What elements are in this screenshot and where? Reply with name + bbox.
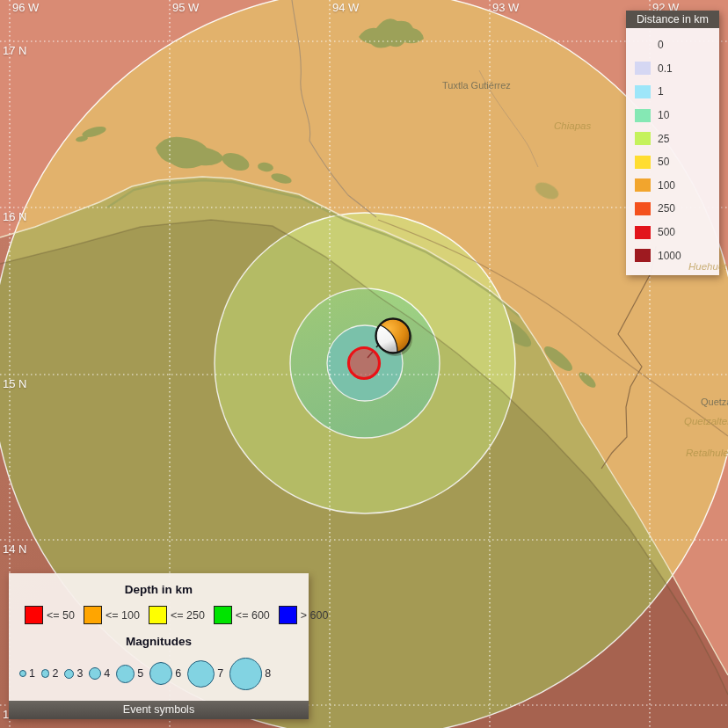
magnitude-value-label: 1: [29, 667, 35, 680]
distance-legend-item: 0: [626, 33, 719, 57]
region-label: Chiapas: [554, 120, 591, 131]
depth-value-label: <= 600: [236, 609, 270, 622]
magnitude-legend-item: 3: [64, 667, 83, 680]
depth-value-label: > 600: [301, 609, 329, 622]
event-symbols-panel: Depth in km <= 50<= 100<= 250<= 600> 600…: [9, 573, 309, 719]
depth-legend-item: <= 100: [84, 606, 140, 624]
magnitude-legend-item: 7: [187, 660, 223, 688]
magnitude-symbol-circle: [116, 665, 135, 683]
depth-color-swatch: [84, 606, 102, 624]
grid-label-14N: 14 N: [3, 542, 26, 556]
magnitude-legend-item: 5: [116, 665, 143, 683]
distance-value-label: 10: [658, 109, 669, 121]
magnitude-value-label: 4: [104, 667, 110, 680]
region-label: Huehuete: [688, 261, 728, 272]
magnitude-legend-item: 8: [229, 658, 271, 690]
depth-value-label: <= 250: [171, 609, 205, 622]
distance-value-label: 0: [658, 39, 664, 51]
distance-color-swatch: [635, 85, 651, 98]
magnitude-legend-item: 4: [89, 667, 110, 680]
magnitude-value-label: 8: [265, 667, 271, 680]
magnitude-value-label: 7: [217, 667, 223, 680]
event-symbols-footer: Event symbols: [9, 701, 309, 719]
grid-label-94W: 94 W: [332, 1, 359, 14]
distance-value-label: 100: [658, 179, 675, 192]
distance-color-swatch: [635, 249, 651, 262]
distance-value-label: 1000: [658, 250, 681, 262]
depth-color-swatch: [25, 606, 43, 624]
magnitude-legend-item: 6: [149, 662, 181, 685]
depth-legend-row: <= 50<= 100<= 250<= 600> 600: [9, 596, 309, 624]
region-label: Retalhuleu: [686, 448, 728, 458]
distance-color-swatch: [635, 132, 651, 145]
distance-legend-item: 25: [626, 127, 719, 150]
grid-label-15N: 15 N: [3, 377, 26, 390]
depth-value-label: <= 100: [106, 609, 140, 622]
distance-legend-title: Distance in km: [626, 11, 719, 28]
depth-color-swatch: [149, 606, 167, 624]
event-symbols-body: Depth in km <= 50<= 100<= 250<= 600> 600…: [9, 573, 309, 701]
grid-label-16N: 16 N: [3, 210, 26, 223]
distance-value-label: 500: [658, 226, 675, 238]
depth-legend-item: > 600: [279, 606, 329, 624]
magnitude-value-label: 2: [52, 667, 58, 680]
magnitude-symbol-circle: [41, 669, 50, 678]
magnitude-symbol-circle: [89, 667, 101, 680]
distance-value-label: 1: [658, 85, 664, 98]
distance-value-label: 50: [658, 156, 669, 168]
magnitude-value-label: 3: [76, 667, 83, 680]
distance-legend-item: 50: [626, 150, 719, 174]
magnitude-legend-item: 1: [19, 667, 35, 680]
epicenter-marker[interactable]: [349, 348, 380, 379]
distance-legend-item: 1: [626, 80, 719, 104]
distance-legend-item: 100: [626, 174, 719, 198]
distance-color-swatch: [635, 178, 651, 192]
grid-label-95W: 95 W: [172, 1, 199, 14]
grid-label-93W: 93 W: [492, 1, 519, 14]
city-label: Tuxtla Gutiérrez: [442, 80, 511, 91]
magnitude-legend-item: 2: [41, 667, 58, 680]
distance-legend-panel: Distance in km 00.111025501002505001000: [626, 11, 719, 275]
magnitude-symbol-circle: [229, 658, 262, 690]
magnitude-symbol-circle: [187, 660, 215, 688]
distance-color-swatch: [635, 62, 651, 75]
seismic-map-stage[interactable]: 96 W95 W94 W93 W92 W17 N16 N15 N14 N13 N…: [0, 0, 728, 728]
distance-legend-item: 0.1: [626, 57, 719, 81]
distance-color-swatch: [635, 156, 651, 169]
magnitude-value-label: 6: [175, 667, 181, 680]
depth-legend-item: <= 50: [25, 606, 75, 624]
distance-legend-item: 250: [626, 197, 719, 221]
distance-value-label: 250: [658, 202, 675, 215]
distance-color-swatch: [635, 202, 651, 215]
distance-value-label: 0.1: [658, 62, 673, 75]
city-label: Quetzalte: [701, 397, 728, 407]
distance-legend-body: 00.111025501002505001000: [626, 28, 719, 275]
depth-value-label: <= 50: [47, 609, 75, 622]
depth-color-swatch: [214, 606, 232, 624]
magnitude-value-label: 5: [137, 667, 143, 680]
region-label: Quetzaltena: [684, 416, 728, 426]
magnitude-symbol-circle: [64, 669, 74, 679]
magnitude-symbol-circle: [19, 670, 26, 677]
magnitude-legend-row: 12345678: [9, 648, 309, 692]
distance-value-label: 25: [658, 133, 669, 145]
distance-color-swatch: [635, 109, 651, 122]
magnitude-legend-title: Magnitudes: [9, 624, 309, 648]
depth-color-swatch: [279, 606, 297, 624]
distance-color-swatch: [635, 39, 651, 52]
depth-legend-item: <= 250: [149, 606, 205, 624]
grid-label-96W: 96 W: [12, 1, 39, 14]
depth-legend-item: <= 600: [214, 606, 270, 624]
grid-label-17N: 17 N: [3, 44, 26, 57]
depth-legend-title: Depth in km: [9, 573, 309, 596]
magnitude-symbol-circle: [149, 662, 172, 685]
distance-legend-item: 500: [626, 221, 719, 244]
distance-legend-item: 10: [626, 104, 719, 127]
distance-color-swatch: [635, 226, 651, 239]
